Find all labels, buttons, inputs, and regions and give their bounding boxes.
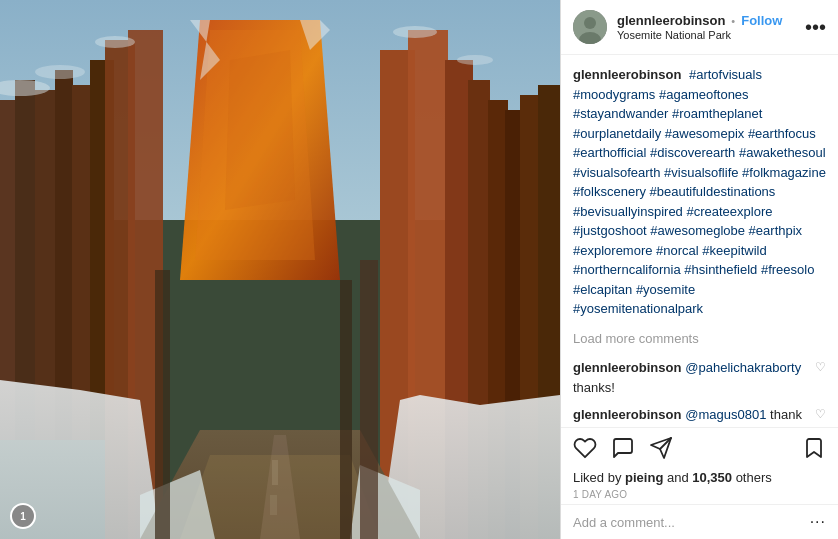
share-button[interactable]	[649, 436, 673, 464]
post-header: glennleerobinson • Follow Yosemite Natio…	[561, 0, 838, 55]
add-comment-bar: ···	[561, 504, 838, 539]
avatar[interactable]	[573, 10, 607, 44]
svg-rect-34	[340, 280, 352, 539]
post-username[interactable]: glennleerobinson	[617, 13, 725, 28]
comment-mention: @pahelichakraborty	[685, 360, 801, 375]
likes-row: Liked by pieing and 10,350 others	[573, 470, 826, 485]
bookmark-button[interactable]	[802, 436, 826, 464]
hashtags: #artofvisuals #moodygrams #agameoftones …	[573, 67, 826, 316]
comment-username[interactable]: glennleerobinson	[573, 407, 681, 422]
svg-point-37	[35, 65, 85, 79]
comment-text: thanks!	[573, 380, 615, 395]
comments-area: glennleerobinson #artofvisuals #moodygra…	[561, 55, 838, 427]
caption-username[interactable]: glennleerobinson	[573, 67, 681, 82]
svg-rect-12	[72, 85, 92, 440]
username-row: glennleerobinson • Follow	[617, 13, 797, 28]
add-comment-input[interactable]	[573, 515, 810, 530]
comment-mention: @magus0801	[685, 407, 766, 422]
svg-point-42	[584, 17, 596, 29]
comment-username[interactable]: glennleerobinson	[573, 360, 681, 375]
header-info: glennleerobinson • Follow Yosemite Natio…	[617, 13, 797, 41]
comment-button[interactable]	[611, 436, 635, 464]
post-location: Yosemite National Park	[617, 29, 797, 41]
svg-rect-29	[272, 460, 278, 485]
likes-count: 10,350	[692, 470, 732, 485]
comment-options-button[interactable]: ···	[810, 513, 826, 531]
comment-body: glennleerobinson@magus0801 thank you!	[573, 405, 809, 427]
svg-rect-11	[55, 70, 73, 440]
svg-point-40	[457, 55, 493, 65]
action-bar: Liked by pieing and 10,350 others 1 DAY …	[561, 427, 838, 504]
post-info-panel: glennleerobinson • Follow Yosemite Natio…	[560, 0, 838, 539]
svg-rect-35	[360, 260, 378, 539]
comment-row: glennleerobinson@pahelichakraborty thank…	[573, 358, 826, 397]
comment-like-icon[interactable]: ♡	[815, 405, 826, 423]
load-more-comments[interactable]: Load more comments	[573, 329, 826, 349]
likes-user[interactable]: pieing	[625, 470, 663, 485]
post-timestamp: 1 DAY AGO	[573, 489, 826, 500]
caption-block: glennleerobinson #artofvisuals #moodygra…	[573, 65, 826, 319]
comment-body: glennleerobinson@pahelichakraborty thank…	[573, 358, 809, 397]
comment-like-icon[interactable]: ♡	[815, 358, 826, 376]
post-photo: 1	[0, 0, 560, 539]
follow-button[interactable]: Follow	[741, 13, 782, 28]
svg-rect-33	[155, 270, 170, 539]
svg-marker-5	[225, 50, 295, 210]
action-icons	[573, 436, 826, 464]
more-options-button[interactable]: •••	[805, 17, 826, 37]
like-button[interactable]	[573, 436, 597, 464]
comment-row: glennleerobinson@magus0801 thank you! ♡	[573, 405, 826, 427]
svg-point-38	[95, 36, 135, 48]
caption-text: #artofvisuals #moodygrams #agameoftones …	[573, 67, 826, 316]
svg-rect-30	[270, 495, 277, 515]
svg-point-39	[393, 26, 437, 38]
user-badge[interactable]: 1	[10, 503, 36, 529]
dot-separator: •	[731, 15, 735, 27]
